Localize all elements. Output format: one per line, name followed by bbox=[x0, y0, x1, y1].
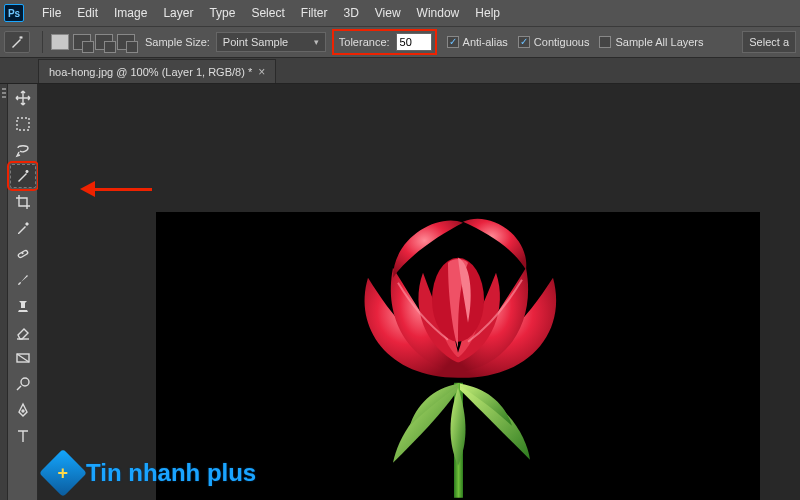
menu-filter[interactable]: Filter bbox=[293, 2, 336, 24]
marquee-tool[interactable] bbox=[10, 112, 36, 136]
anti-alias-label: Anti-alias bbox=[463, 36, 508, 48]
magic-wand-tool[interactable] bbox=[10, 164, 36, 188]
brush-tool[interactable] bbox=[10, 268, 36, 292]
eyedropper-icon bbox=[15, 220, 31, 236]
workspace: + Tin nhanh plus bbox=[0, 84, 800, 500]
clone-stamp-icon bbox=[15, 298, 31, 314]
menu-image[interactable]: Image bbox=[106, 2, 155, 24]
gradient-icon bbox=[15, 350, 31, 366]
brush-icon bbox=[15, 272, 31, 288]
magic-wand-icon bbox=[15, 168, 31, 184]
grip-icon bbox=[1, 88, 7, 104]
eraser-tool[interactable] bbox=[10, 320, 36, 344]
menu-window[interactable]: Window bbox=[409, 2, 468, 24]
annotation-arrow bbox=[80, 184, 154, 194]
document-tab-title: hoa-hong.jpg @ 100% (Layer 1, RGB/8) * bbox=[49, 66, 252, 78]
chevron-down-icon: ▾ bbox=[314, 37, 319, 47]
watermark-text: Tin nhanh plus bbox=[86, 459, 256, 487]
checkbox-icon bbox=[599, 36, 611, 48]
lasso-tool[interactable] bbox=[10, 138, 36, 162]
magic-wand-icon bbox=[9, 34, 25, 50]
tool-preset-picker[interactable] bbox=[4, 31, 30, 53]
canvas-area[interactable]: + Tin nhanh plus bbox=[38, 84, 800, 500]
close-icon[interactable]: × bbox=[258, 65, 265, 79]
checkbox-icon: ✓ bbox=[518, 36, 530, 48]
svg-point-3 bbox=[21, 378, 29, 386]
move-tool[interactable] bbox=[10, 86, 36, 110]
watermark: + Tin nhanh plus bbox=[46, 456, 256, 490]
dodge-icon bbox=[15, 376, 31, 392]
tolerance-input[interactable] bbox=[396, 33, 432, 51]
text-icon bbox=[15, 428, 31, 444]
subtract-from-selection-icon[interactable] bbox=[95, 34, 113, 50]
contiguous-checkbox[interactable]: ✓ Contiguous bbox=[518, 36, 590, 48]
clone-stamp-tool[interactable] bbox=[10, 294, 36, 318]
sample-size-dropdown[interactable]: Point Sample ▾ bbox=[216, 32, 326, 52]
menu-select[interactable]: Select bbox=[243, 2, 292, 24]
move-icon bbox=[15, 90, 31, 106]
panel-dock-left[interactable] bbox=[0, 84, 8, 500]
healing-brush-icon bbox=[15, 246, 31, 262]
tools-panel bbox=[8, 84, 38, 500]
checkbox-icon: ✓ bbox=[447, 36, 459, 48]
divider bbox=[42, 31, 43, 53]
tolerance-group: Tolerance: bbox=[332, 29, 437, 55]
document-tabs: hoa-hong.jpg @ 100% (Layer 1, RGB/8) * × bbox=[0, 58, 800, 84]
new-selection-icon[interactable] bbox=[51, 34, 69, 50]
crop-tool[interactable] bbox=[10, 190, 36, 214]
sample-all-checkbox[interactable]: Sample All Layers bbox=[599, 36, 703, 48]
selection-mode-group bbox=[51, 34, 135, 50]
pen-icon bbox=[15, 402, 31, 418]
menu-help[interactable]: Help bbox=[467, 2, 508, 24]
svg-point-4 bbox=[22, 410, 24, 412]
svg-rect-0 bbox=[17, 118, 29, 130]
dodge-tool[interactable] bbox=[10, 372, 36, 396]
gradient-tool[interactable] bbox=[10, 346, 36, 370]
menu-type[interactable]: Type bbox=[201, 2, 243, 24]
contiguous-label: Contiguous bbox=[534, 36, 590, 48]
marquee-icon bbox=[15, 116, 31, 132]
watermark-logo-icon: + bbox=[39, 449, 87, 497]
text-tool[interactable] bbox=[10, 424, 36, 448]
healing-brush-tool[interactable] bbox=[10, 242, 36, 266]
menu-layer[interactable]: Layer bbox=[155, 2, 201, 24]
rose-image bbox=[298, 208, 618, 498]
menu-file[interactable]: File bbox=[34, 2, 69, 24]
sample-size-label: Sample Size: bbox=[145, 36, 210, 48]
intersect-selection-icon[interactable] bbox=[117, 34, 135, 50]
tolerance-label: Tolerance: bbox=[339, 36, 390, 48]
crop-icon bbox=[15, 194, 31, 210]
app-logo: Ps bbox=[4, 4, 24, 22]
options-bar: Sample Size: Point Sample ▾ Tolerance: ✓… bbox=[0, 26, 800, 58]
sample-size-value: Point Sample bbox=[223, 36, 288, 48]
document-tab[interactable]: hoa-hong.jpg @ 100% (Layer 1, RGB/8) * × bbox=[38, 59, 276, 83]
eraser-icon bbox=[15, 324, 31, 340]
menu-bar: Ps File Edit Image Layer Type Select Fil… bbox=[0, 0, 800, 26]
lasso-icon bbox=[15, 142, 31, 158]
menu-3d[interactable]: 3D bbox=[335, 2, 366, 24]
anti-alias-checkbox[interactable]: ✓ Anti-alias bbox=[447, 36, 508, 48]
add-to-selection-icon[interactable] bbox=[73, 34, 91, 50]
sample-all-label: Sample All Layers bbox=[615, 36, 703, 48]
pen-tool[interactable] bbox=[10, 398, 36, 422]
select-button[interactable]: Select a bbox=[742, 31, 796, 53]
eyedropper-tool[interactable] bbox=[10, 216, 36, 240]
menu-view[interactable]: View bbox=[367, 2, 409, 24]
menu-edit[interactable]: Edit bbox=[69, 2, 106, 24]
